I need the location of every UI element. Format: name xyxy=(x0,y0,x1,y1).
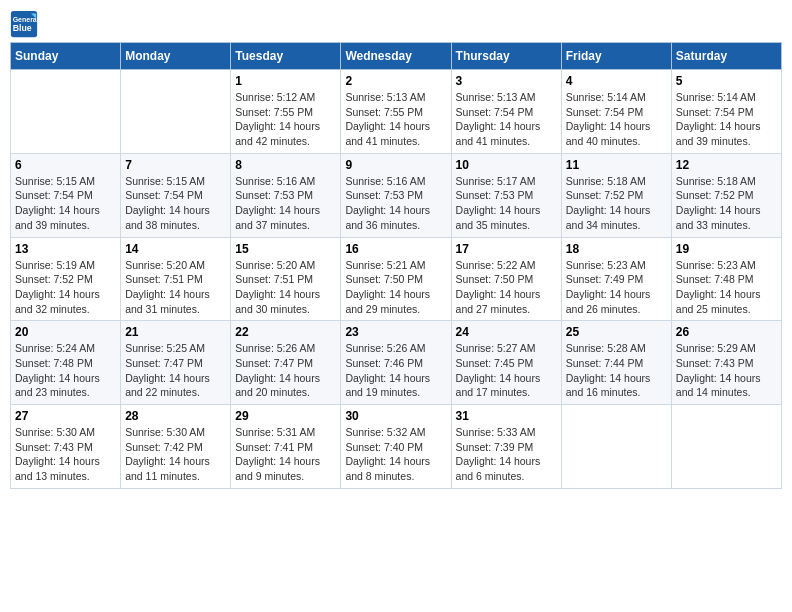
day-number: 7 xyxy=(125,158,226,172)
day-number: 8 xyxy=(235,158,336,172)
day-number: 15 xyxy=(235,242,336,256)
calendar-cell: 5Sunrise: 5:14 AMSunset: 7:54 PMDaylight… xyxy=(671,70,781,154)
day-number: 11 xyxy=(566,158,667,172)
calendar-cell: 30Sunrise: 5:32 AMSunset: 7:40 PMDayligh… xyxy=(341,405,451,489)
calendar-cell: 12Sunrise: 5:18 AMSunset: 7:52 PMDayligh… xyxy=(671,153,781,237)
calendar-cell: 3Sunrise: 5:13 AMSunset: 7:54 PMDaylight… xyxy=(451,70,561,154)
day-info: Sunrise: 5:16 AMSunset: 7:53 PMDaylight:… xyxy=(235,174,336,233)
day-info: Sunrise: 5:17 AMSunset: 7:53 PMDaylight:… xyxy=(456,174,557,233)
day-number: 20 xyxy=(15,325,116,339)
calendar-cell: 20Sunrise: 5:24 AMSunset: 7:48 PMDayligh… xyxy=(11,321,121,405)
day-info: Sunrise: 5:22 AMSunset: 7:50 PMDaylight:… xyxy=(456,258,557,317)
day-info: Sunrise: 5:18 AMSunset: 7:52 PMDaylight:… xyxy=(566,174,667,233)
day-info: Sunrise: 5:26 AMSunset: 7:46 PMDaylight:… xyxy=(345,341,446,400)
calendar-table: SundayMondayTuesdayWednesdayThursdayFrid… xyxy=(10,42,782,489)
calendar-cell: 1Sunrise: 5:12 AMSunset: 7:55 PMDaylight… xyxy=(231,70,341,154)
week-row-4: 20Sunrise: 5:24 AMSunset: 7:48 PMDayligh… xyxy=(11,321,782,405)
calendar-cell: 4Sunrise: 5:14 AMSunset: 7:54 PMDaylight… xyxy=(561,70,671,154)
calendar-cell: 23Sunrise: 5:26 AMSunset: 7:46 PMDayligh… xyxy=(341,321,451,405)
col-header-monday: Monday xyxy=(121,43,231,70)
calendar-cell: 21Sunrise: 5:25 AMSunset: 7:47 PMDayligh… xyxy=(121,321,231,405)
calendar-cell: 2Sunrise: 5:13 AMSunset: 7:55 PMDaylight… xyxy=(341,70,451,154)
svg-text:Blue: Blue xyxy=(13,23,32,33)
calendar-cell: 18Sunrise: 5:23 AMSunset: 7:49 PMDayligh… xyxy=(561,237,671,321)
day-number: 31 xyxy=(456,409,557,423)
calendar-cell: 16Sunrise: 5:21 AMSunset: 7:50 PMDayligh… xyxy=(341,237,451,321)
calendar-cell: 6Sunrise: 5:15 AMSunset: 7:54 PMDaylight… xyxy=(11,153,121,237)
day-info: Sunrise: 5:23 AMSunset: 7:49 PMDaylight:… xyxy=(566,258,667,317)
day-info: Sunrise: 5:20 AMSunset: 7:51 PMDaylight:… xyxy=(235,258,336,317)
day-info: Sunrise: 5:15 AMSunset: 7:54 PMDaylight:… xyxy=(15,174,116,233)
day-number: 23 xyxy=(345,325,446,339)
day-info: Sunrise: 5:16 AMSunset: 7:53 PMDaylight:… xyxy=(345,174,446,233)
col-header-thursday: Thursday xyxy=(451,43,561,70)
day-number: 4 xyxy=(566,74,667,88)
day-number: 13 xyxy=(15,242,116,256)
day-number: 30 xyxy=(345,409,446,423)
day-info: Sunrise: 5:30 AMSunset: 7:42 PMDaylight:… xyxy=(125,425,226,484)
col-header-saturday: Saturday xyxy=(671,43,781,70)
calendar-cell: 26Sunrise: 5:29 AMSunset: 7:43 PMDayligh… xyxy=(671,321,781,405)
calendar-cell: 11Sunrise: 5:18 AMSunset: 7:52 PMDayligh… xyxy=(561,153,671,237)
calendar-cell: 13Sunrise: 5:19 AMSunset: 7:52 PMDayligh… xyxy=(11,237,121,321)
day-info: Sunrise: 5:13 AMSunset: 7:55 PMDaylight:… xyxy=(345,90,446,149)
week-row-2: 6Sunrise: 5:15 AMSunset: 7:54 PMDaylight… xyxy=(11,153,782,237)
calendar-cell: 29Sunrise: 5:31 AMSunset: 7:41 PMDayligh… xyxy=(231,405,341,489)
week-row-5: 27Sunrise: 5:30 AMSunset: 7:43 PMDayligh… xyxy=(11,405,782,489)
day-number: 18 xyxy=(566,242,667,256)
day-info: Sunrise: 5:31 AMSunset: 7:41 PMDaylight:… xyxy=(235,425,336,484)
col-header-tuesday: Tuesday xyxy=(231,43,341,70)
day-info: Sunrise: 5:18 AMSunset: 7:52 PMDaylight:… xyxy=(676,174,777,233)
logo: General Blue xyxy=(10,10,42,38)
day-info: Sunrise: 5:26 AMSunset: 7:47 PMDaylight:… xyxy=(235,341,336,400)
calendar-cell: 31Sunrise: 5:33 AMSunset: 7:39 PMDayligh… xyxy=(451,405,561,489)
calendar-cell: 25Sunrise: 5:28 AMSunset: 7:44 PMDayligh… xyxy=(561,321,671,405)
calendar-cell xyxy=(561,405,671,489)
day-info: Sunrise: 5:30 AMSunset: 7:43 PMDaylight:… xyxy=(15,425,116,484)
day-info: Sunrise: 5:28 AMSunset: 7:44 PMDaylight:… xyxy=(566,341,667,400)
calendar-cell: 28Sunrise: 5:30 AMSunset: 7:42 PMDayligh… xyxy=(121,405,231,489)
calendar-cell: 17Sunrise: 5:22 AMSunset: 7:50 PMDayligh… xyxy=(451,237,561,321)
week-row-3: 13Sunrise: 5:19 AMSunset: 7:52 PMDayligh… xyxy=(11,237,782,321)
day-info: Sunrise: 5:13 AMSunset: 7:54 PMDaylight:… xyxy=(456,90,557,149)
col-header-friday: Friday xyxy=(561,43,671,70)
day-number: 6 xyxy=(15,158,116,172)
calendar-cell: 9Sunrise: 5:16 AMSunset: 7:53 PMDaylight… xyxy=(341,153,451,237)
week-row-1: 1Sunrise: 5:12 AMSunset: 7:55 PMDaylight… xyxy=(11,70,782,154)
calendar-cell: 22Sunrise: 5:26 AMSunset: 7:47 PMDayligh… xyxy=(231,321,341,405)
day-info: Sunrise: 5:25 AMSunset: 7:47 PMDaylight:… xyxy=(125,341,226,400)
calendar-cell: 27Sunrise: 5:30 AMSunset: 7:43 PMDayligh… xyxy=(11,405,121,489)
day-info: Sunrise: 5:14 AMSunset: 7:54 PMDaylight:… xyxy=(566,90,667,149)
header-top: General Blue xyxy=(10,10,782,38)
day-info: Sunrise: 5:29 AMSunset: 7:43 PMDaylight:… xyxy=(676,341,777,400)
calendar-cell: 19Sunrise: 5:23 AMSunset: 7:48 PMDayligh… xyxy=(671,237,781,321)
day-number: 3 xyxy=(456,74,557,88)
calendar-cell: 10Sunrise: 5:17 AMSunset: 7:53 PMDayligh… xyxy=(451,153,561,237)
day-number: 27 xyxy=(15,409,116,423)
day-number: 21 xyxy=(125,325,226,339)
day-info: Sunrise: 5:33 AMSunset: 7:39 PMDaylight:… xyxy=(456,425,557,484)
day-number: 10 xyxy=(456,158,557,172)
day-number: 2 xyxy=(345,74,446,88)
calendar-cell: 7Sunrise: 5:15 AMSunset: 7:54 PMDaylight… xyxy=(121,153,231,237)
day-number: 17 xyxy=(456,242,557,256)
day-number: 24 xyxy=(456,325,557,339)
day-number: 22 xyxy=(235,325,336,339)
day-info: Sunrise: 5:12 AMSunset: 7:55 PMDaylight:… xyxy=(235,90,336,149)
calendar-cell xyxy=(11,70,121,154)
day-number: 12 xyxy=(676,158,777,172)
day-info: Sunrise: 5:21 AMSunset: 7:50 PMDaylight:… xyxy=(345,258,446,317)
calendar-cell xyxy=(671,405,781,489)
day-number: 26 xyxy=(676,325,777,339)
day-number: 14 xyxy=(125,242,226,256)
calendar-cell: 14Sunrise: 5:20 AMSunset: 7:51 PMDayligh… xyxy=(121,237,231,321)
calendar-cell: 8Sunrise: 5:16 AMSunset: 7:53 PMDaylight… xyxy=(231,153,341,237)
day-info: Sunrise: 5:19 AMSunset: 7:52 PMDaylight:… xyxy=(15,258,116,317)
day-number: 16 xyxy=(345,242,446,256)
day-number: 19 xyxy=(676,242,777,256)
calendar-cell: 24Sunrise: 5:27 AMSunset: 7:45 PMDayligh… xyxy=(451,321,561,405)
col-header-wednesday: Wednesday xyxy=(341,43,451,70)
day-info: Sunrise: 5:27 AMSunset: 7:45 PMDaylight:… xyxy=(456,341,557,400)
day-number: 28 xyxy=(125,409,226,423)
calendar-cell xyxy=(121,70,231,154)
